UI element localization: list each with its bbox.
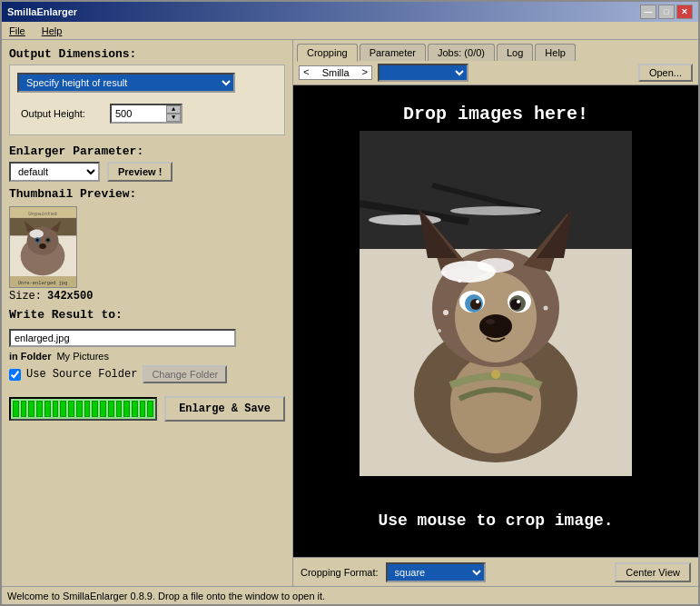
menu-bar: File Help — [2, 22, 698, 40]
open-button[interactable]: Open... — [638, 64, 693, 82]
cropping-format-label: Cropping Format: — [301, 567, 379, 578]
close-button[interactable]: ✕ — [676, 5, 693, 19]
svg-point-23 — [450, 206, 541, 215]
window-title: SmillaEnlarger — [7, 6, 77, 17]
svg-point-44 — [491, 370, 500, 379]
use-source-row: Use Source Folder Change Folder — [9, 365, 285, 383]
svg-text:Unre-enlarged jpg: Unre-enlarged jpg — [18, 281, 68, 286]
output-height-row: Output Height: ▲ ▼ — [17, 100, 277, 127]
svg-point-42 — [479, 314, 512, 338]
progress-bar — [9, 397, 157, 421]
enlarger-title: Enlarger Parameter: — [9, 144, 285, 158]
enlarge-save-button[interactable]: Enlarge & Save — [164, 396, 285, 422]
write-result-section: Write Result to: in Folder My Pictures U… — [9, 308, 285, 383]
image-bottom-bar: Cropping Format: square Center View — [293, 557, 698, 586]
svg-point-10 — [36, 239, 39, 242]
change-folder-button[interactable]: Change Folder — [143, 365, 227, 383]
nav-name: Smilla — [313, 67, 359, 78]
minimize-button[interactable]: — — [640, 5, 656, 19]
svg-point-41 — [517, 300, 520, 303]
output-height-spinbox[interactable]: ▲ ▼ — [110, 104, 182, 124]
spin-up-button[interactable]: ▲ — [166, 105, 181, 114]
svg-point-37 — [476, 300, 479, 303]
tab-bar: Cropping Parameter Jobs: (0/0) Log Help — [293, 40, 698, 61]
status-text: Welcome to SmillaEnlarger 0.8.9. Drop a … — [7, 591, 325, 601]
write-result-title: Write Result to: — [9, 308, 285, 322]
menu-file[interactable]: File — [5, 25, 29, 37]
menu-help[interactable]: Help — [38, 25, 66, 37]
maximize-button[interactable]: □ — [658, 5, 675, 19]
app-window: SmillaEnlarger — □ ✕ File Help Output Di… — [0, 0, 700, 606]
nav-right-arrow[interactable]: > — [362, 67, 369, 78]
use-source-label: Use Source Folder — [26, 368, 137, 381]
thumbnail-section: Thumbnail Preview: Unpainted — [9, 187, 285, 303]
output-height-label: Output Height: — [21, 108, 103, 119]
thumbnail-title: Thumbnail Preview: — [9, 187, 285, 201]
size-display: Size: 342x500 — [9, 290, 285, 303]
svg-point-33 — [478, 258, 514, 273]
svg-rect-19 — [360, 131, 632, 249]
enlarger-parameter-section: Enlarger Parameter: default Preview ! — [9, 144, 285, 182]
in-folder-label: in Folder — [9, 351, 51, 362]
drop-text: Drop images here! — [293, 104, 698, 124]
output-dims-box: Specify height of result Output Height: … — [9, 65, 285, 135]
svg-point-36 — [470, 299, 481, 310]
output-height-input[interactable] — [112, 105, 166, 122]
thumbnail-box: Unpainted — [9, 206, 77, 288]
tab-jobs[interactable]: Jobs: (0/0) — [428, 44, 495, 61]
size-value: 342x500 — [47, 290, 93, 303]
enlarger-select[interactable]: default — [9, 162, 100, 182]
status-bar: Welcome to SmillaEnlarger 0.8.9. Drop a … — [2, 586, 698, 604]
filename-input[interactable] — [9, 329, 236, 347]
svg-point-48 — [458, 279, 461, 283]
image-canvas[interactable]: Drop images here! — [293, 85, 698, 557]
left-panel: Output Dimensions: Specify height of res… — [2, 40, 292, 586]
svg-point-11 — [46, 239, 49, 242]
cropping-format-select[interactable]: square — [386, 562, 486, 582]
nav-left-arrow[interactable]: < — [303, 67, 310, 78]
folder-name: My Pictures — [56, 351, 108, 362]
height-dropdown[interactable]: Specify height of result — [17, 73, 235, 93]
output-dims-title: Output Dimensions: — [9, 47, 285, 61]
svg-point-7 — [29, 230, 44, 239]
nav-dropdown[interactable] — [378, 64, 468, 82]
svg-point-12 — [39, 243, 46, 249]
use-mouse-text: Use mouse to crop image. — [293, 512, 698, 530]
tab-parameter[interactable]: Parameter — [360, 44, 426, 61]
tab-cropping[interactable]: Cropping — [297, 44, 358, 62]
size-label: Size: — [9, 290, 42, 303]
spin-down-button[interactable]: ▼ — [166, 114, 181, 122]
tab-help[interactable]: Help — [535, 44, 576, 61]
smilla-nav: < Smilla > — [299, 65, 372, 80]
svg-point-43 — [486, 319, 495, 324]
svg-point-25 — [450, 353, 541, 453]
svg-text:Unpainted: Unpainted — [28, 211, 56, 217]
use-source-checkbox[interactable] — [9, 369, 21, 381]
dog-image — [360, 131, 632, 476]
window-controls: — □ ✕ — [640, 5, 693, 19]
svg-point-46 — [544, 306, 548, 311]
spinbox-buttons: ▲ ▼ — [166, 105, 181, 122]
left-bottom: Enlarge & Save — [9, 389, 285, 422]
height-dropdown-row: Specify height of result — [17, 73, 277, 93]
svg-point-45 — [443, 310, 449, 315]
folder-row: in Folder My Pictures — [9, 351, 285, 362]
main-content: Output Dimensions: Specify height of res… — [2, 40, 698, 586]
svg-point-47 — [438, 329, 441, 333]
center-view-button[interactable]: Center View — [615, 562, 691, 582]
preview-button[interactable]: Preview ! — [107, 162, 173, 182]
title-bar: SmillaEnlarger — □ ✕ — [2, 2, 698, 22]
enlarger-row: default Preview ! — [9, 162, 285, 182]
image-toolbar: < Smilla > Open... — [293, 61, 698, 85]
right-panel: Cropping Parameter Jobs: (0/0) Log Help — [292, 40, 698, 586]
tab-log[interactable]: Log — [497, 44, 533, 61]
output-dimensions-section: Output Dimensions: Specify height of res… — [9, 47, 285, 139]
